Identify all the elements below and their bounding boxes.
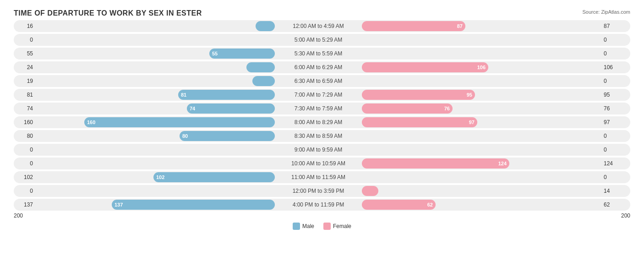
row-right-value: 14	[600, 188, 623, 194]
chart-rows: 1612:00 AM to 4:59 AM878705:00 AM to 5:2…	[14, 20, 630, 211]
female-bar: 87	[362, 21, 465, 31]
chart-row: 74747:30 AM to 7:59 AM7676	[14, 103, 630, 114]
row-right-value: 0	[600, 133, 623, 139]
chart-row: 55555:30 AM to 5:59 AM0	[14, 48, 630, 60]
row-left-value: 74	[14, 105, 37, 112]
row-time-label: 4:00 PM to 11:59 PM	[275, 201, 362, 208]
right-bar-area: 76	[362, 103, 600, 114]
right-bar-area	[362, 144, 600, 156]
male-bar: 160	[84, 117, 275, 127]
chart-row: 246:00 AM to 6:29 AM106106	[14, 61, 630, 73]
right-bar-area	[362, 185, 600, 197]
row-left-value: 0	[14, 188, 37, 194]
row-left-value: 0	[14, 147, 37, 153]
row-time-label: 8:30 AM to 8:59 AM	[275, 133, 362, 139]
legend-female-label: Female	[333, 223, 351, 229]
axis-right: 200	[322, 212, 630, 219]
male-bar	[252, 76, 275, 86]
left-bar-area: 160	[37, 116, 275, 128]
right-bar-area: 97	[362, 116, 600, 128]
row-time-label: 11:00 AM to 11:59 AM	[275, 174, 362, 180]
right-bar-area	[362, 130, 600, 142]
row-left-value: 160	[14, 119, 37, 125]
chart-container: TIME OF DEPARTURE TO WORK BY SEX IN ESTE…	[0, 0, 644, 272]
row-time-label: 7:30 AM to 7:59 AM	[275, 105, 362, 112]
axis-left: 200	[14, 212, 322, 219]
left-bar-area	[37, 34, 275, 46]
female-bar: 95	[362, 90, 475, 100]
row-left-value: 19	[14, 78, 37, 84]
row-left-value: 80	[14, 133, 37, 139]
chart-row: 09:00 AM to 9:59 AM0	[14, 144, 630, 156]
row-right-value: 76	[600, 105, 623, 112]
right-bar-area: 124	[362, 158, 600, 169]
legend-female: Female	[323, 223, 351, 230]
row-left-value: 102	[14, 174, 37, 180]
right-bar-area: 62	[362, 199, 600, 211]
right-bar-area: 106	[362, 61, 600, 73]
male-bar	[246, 62, 275, 72]
female-bar: 124	[362, 158, 509, 169]
left-bar-area: 80	[37, 130, 275, 142]
row-right-value: 0	[600, 174, 623, 180]
female-bar	[362, 186, 378, 196]
male-bar: 81	[178, 90, 275, 100]
row-right-value: 62	[600, 201, 623, 208]
row-time-label: 12:00 PM to 3:59 PM	[275, 188, 362, 194]
left-bar-area: 102	[37, 171, 275, 183]
female-bar: 76	[362, 103, 453, 114]
male-bar: 55	[209, 49, 275, 59]
right-bar-area	[362, 48, 600, 60]
chart-area: 1612:00 AM to 4:59 AM878705:00 AM to 5:2…	[14, 20, 630, 231]
row-time-label: 10:00 AM to 10:59 AM	[275, 160, 362, 167]
female-bar: 62	[362, 200, 436, 210]
female-bar: 106	[362, 62, 488, 72]
legend-male: Male	[293, 223, 314, 230]
male-bar: 80	[180, 131, 275, 141]
row-time-label: 8:00 AM to 8:29 AM	[275, 119, 362, 125]
left-bar-area	[37, 61, 275, 73]
chart-row: 012:00 PM to 3:59 PM14	[14, 185, 630, 197]
row-right-value: 95	[600, 92, 623, 98]
row-time-label: 12:00 AM to 4:59 AM	[275, 23, 362, 29]
row-right-value: 0	[600, 37, 623, 43]
row-left-value: 0	[14, 160, 37, 167]
row-right-value: 0	[600, 50, 623, 57]
right-bar-area: 87	[362, 20, 600, 32]
chart-title: TIME OF DEPARTURE TO WORK BY SEX IN ESTE…	[14, 9, 630, 17]
male-bar: 102	[153, 172, 275, 182]
left-bar-area	[37, 20, 275, 32]
left-bar-area	[37, 75, 275, 87]
row-right-value: 97	[600, 119, 623, 125]
row-time-label: 9:00 AM to 9:59 AM	[275, 147, 362, 153]
chart-row: 05:00 AM to 5:29 AM0	[14, 34, 630, 46]
legend-male-label: Male	[302, 223, 314, 229]
male-bar	[256, 21, 275, 31]
row-left-value: 24	[14, 64, 37, 71]
legend-male-box	[293, 223, 300, 230]
right-bar-area	[362, 75, 600, 87]
row-left-value: 137	[14, 201, 37, 208]
row-right-value: 0	[600, 78, 623, 84]
female-bar: 97	[362, 117, 477, 127]
left-bar-area	[37, 158, 275, 169]
chart-row: 1371374:00 PM to 11:59 PM6262	[14, 199, 630, 211]
source-label: Source: ZipAtlas.com	[582, 9, 630, 15]
chart-row: 10210211:00 AM to 11:59 AM0	[14, 171, 630, 183]
row-time-label: 5:30 AM to 5:59 AM	[275, 50, 362, 57]
row-left-value: 16	[14, 23, 37, 29]
left-bar-area: 81	[37, 89, 275, 101]
chart-row: 010:00 AM to 10:59 AM124124	[14, 158, 630, 169]
row-time-label: 7:00 AM to 7:29 AM	[275, 92, 362, 98]
male-bar: 137	[112, 200, 275, 210]
row-left-value: 55	[14, 50, 37, 57]
row-time-label: 6:30 AM to 6:59 AM	[275, 78, 362, 84]
male-bar: 74	[187, 103, 275, 114]
row-time-label: 6:00 AM to 6:29 AM	[275, 64, 362, 71]
left-bar-area: 74	[37, 103, 275, 114]
chart-row: 196:30 AM to 6:59 AM0	[14, 75, 630, 87]
right-bar-area	[362, 171, 600, 183]
chart-row: 81817:00 AM to 7:29 AM9595	[14, 89, 630, 101]
chart-row: 80808:30 AM to 8:59 AM0	[14, 130, 630, 142]
legend: Male Female	[14, 223, 630, 230]
